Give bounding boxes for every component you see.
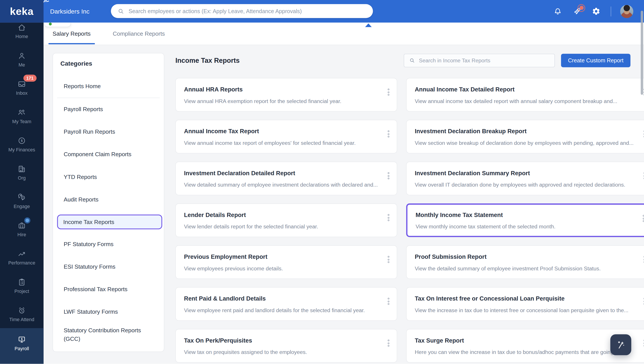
kebab-menu-icon[interactable] [386,213,390,222]
income-tax-reports-section: Income Tax Reports Create Custom Report … [175,53,631,363]
kebab-menu-icon[interactable] [642,129,644,139]
topbar-divider [611,6,611,16]
kebab-menu-icon[interactable] [642,254,644,264]
sidebar-item-payroll[interactable]: $ Payroll [0,328,44,364]
category-item-component-claim-reports[interactable]: Component Claim Reports [53,143,164,166]
hire-notification-dot [24,218,31,224]
alarm-clock-icon [17,306,26,315]
sidebar-item-hire[interactable]: Hire [0,215,44,243]
reports-search[interactable] [404,54,555,68]
kebab-menu-icon[interactable] [386,338,390,348]
sidebar-item-home[interactable]: Home [0,22,44,45]
kebab-menu-icon[interactable] [386,171,390,180]
category-item-statutory-contribution-reports-gcc[interactable]: Statutory Contribution Reports (GCC) [53,323,164,346]
reports-search-input[interactable] [419,58,549,64]
report-card-investment-declaration-summary-report[interactable]: Investment Declaration Summary Report Vi… [406,162,644,195]
categories-title: Categories [53,60,164,67]
sidebar-item-org[interactable]: Org [0,158,44,186]
category-item-lwf-statutory-forms[interactable]: LWF Statutory Forms [53,300,164,323]
svg-text:$: $ [21,139,23,142]
keka-app-window: keka Darksiders Inc [0,0,644,364]
category-item-audit-reports[interactable]: Audit Reports [53,188,164,211]
bell-icon[interactable] [553,7,562,16]
category-item-ytd-reports[interactable]: YTD Reports [53,166,164,188]
reports-tabstrip: Salary Reports Compliance Reports [44,22,644,45]
reports-body: Categories Reports Home Payroll Reports … [44,46,644,364]
report-card-previous-employment-report[interactable]: Previous Employment Report View employee… [175,245,397,279]
category-item-payroll-run-reports[interactable]: Payroll Run Reports [53,120,164,143]
online-status-dot [49,22,52,26]
kebab-menu-icon[interactable] [386,87,390,97]
report-card-lender-details-report[interactable]: Lender Details Report View lender detail… [175,204,397,237]
company-name: Darksiders Inc [50,0,90,22]
clipboard-icon [17,278,26,286]
svg-text:$: $ [21,338,23,340]
dollar-circle-icon: $ [17,136,26,145]
team-icon [17,108,26,117]
category-item-reports-home[interactable]: Reports Home [53,75,164,98]
kebab-menu-icon[interactable] [642,171,644,180]
report-cards-grid: Annual HRA Reports View annual HRA exemp… [175,78,631,362]
sidebar-item-me[interactable]: Me [0,45,44,73]
report-card-tax-on-perk-perquisites[interactable]: Tax On Perk/Perquisites View tax on preq… [175,329,397,363]
kebab-menu-icon[interactable] [386,296,390,306]
report-card-rent-paid-landlord-details[interactable]: Rent Paid & Landlord Details View employ… [175,287,397,321]
kebab-menu-icon[interactable] [641,214,644,223]
search-panel-caret [365,24,372,27]
gear-icon[interactable] [592,7,601,16]
logo-spark-icon [43,0,49,2]
magic-wand-icon [615,340,626,350]
home-icon [17,23,26,32]
notification-dot-badge [577,4,585,12]
sidebar-item-project[interactable]: Project [0,272,44,300]
sidebar-nav: Home Me Inbox 171 My Team $ My Finances … [0,22,44,364]
category-item-payroll-reports[interactable]: Payroll Reports [53,98,164,120]
report-card-proof-submission-report[interactable]: Proof Submission Report View the detaile… [406,245,644,279]
keka-logo[interactable]: keka [0,0,44,22]
clipped-popup-card [44,22,71,27]
category-item-pf-statutory-forms[interactable]: PF Statutory Forms [53,233,164,256]
topbar-actions [543,0,633,22]
trending-up-icon [17,250,26,258]
sidebar-item-time-attend[interactable]: Time Attend [0,300,44,328]
sidebar-item-inbox[interactable]: Inbox 171 [0,74,44,102]
report-card-monthly-income-tax-statement[interactable]: Monthly Income Tax Statement View monthl… [406,204,644,237]
inbox-count-badge: 171 [24,74,36,82]
magic-wand-fab[interactable] [610,334,631,355]
category-item-esi-statutory-forms[interactable]: ESI Statutory Forms [53,256,164,278]
kebab-menu-icon[interactable] [386,254,390,264]
chat-heart-icon [17,193,26,202]
report-card-investment-declaration-detailed-report[interactable]: Investment Declaration Detailed Report V… [175,162,397,195]
tab-compliance-reports[interactable]: Compliance Reports [112,22,166,44]
user-icon [17,51,26,60]
report-card-tax-on-interest-free-loan-perquisite[interactable]: Tax On Interest free or Concessional Loa… [406,287,644,321]
search-icon [117,8,124,15]
create-custom-report-button[interactable]: Create Custom Report [561,54,630,68]
report-card-annual-income-tax-detailed-report[interactable]: Annual Income Tax Detailed Report View a… [406,78,644,112]
global-search[interactable] [111,4,373,18]
section-header: Income Tax Reports Create Custom Report [175,54,631,68]
search-icon [409,58,415,64]
category-item-professional-tax-reports[interactable]: Professional Tax Reports [53,278,164,300]
vertical-scrollbar[interactable] [641,11,643,95]
report-card-investment-declaration-breakup-report[interactable]: Investment Declaration Breakup Report Vi… [406,120,644,154]
building-icon [17,164,26,174]
categories-panel: Categories Reports Home Payroll Reports … [53,53,164,352]
rocket-whats-new-icon[interactable] [573,7,582,16]
report-card-annual-hra-reports[interactable]: Annual HRA Reports View annual HRA exemp… [175,78,397,112]
sidebar-item-my-team[interactable]: My Team [0,102,44,130]
kebab-menu-icon[interactable] [642,338,644,348]
sidebar-item-my-finances[interactable]: $ My Finances [0,130,44,158]
global-search-input[interactable] [129,8,366,14]
keka-logo-text: keka [10,5,34,17]
kebab-menu-icon[interactable] [642,296,644,306]
report-card-tax-surge-report[interactable]: Tax Surge Report Here you can view the i… [406,329,644,363]
category-item-income-tax-reports[interactable]: Income Tax Reports [57,214,162,230]
sidebar-item-performance[interactable]: Performance [0,243,44,272]
avatar[interactable] [620,5,633,18]
page-title: Income Tax Reports [175,57,240,64]
kebab-menu-icon[interactable] [386,129,390,139]
report-card-annual-income-tax-report[interactable]: Annual Income Tax Report View annual inc… [175,120,397,154]
content-area: Salary Reports Compliance Reports Catego… [44,22,644,364]
sidebar-item-engage[interactable]: Engage [0,186,44,215]
